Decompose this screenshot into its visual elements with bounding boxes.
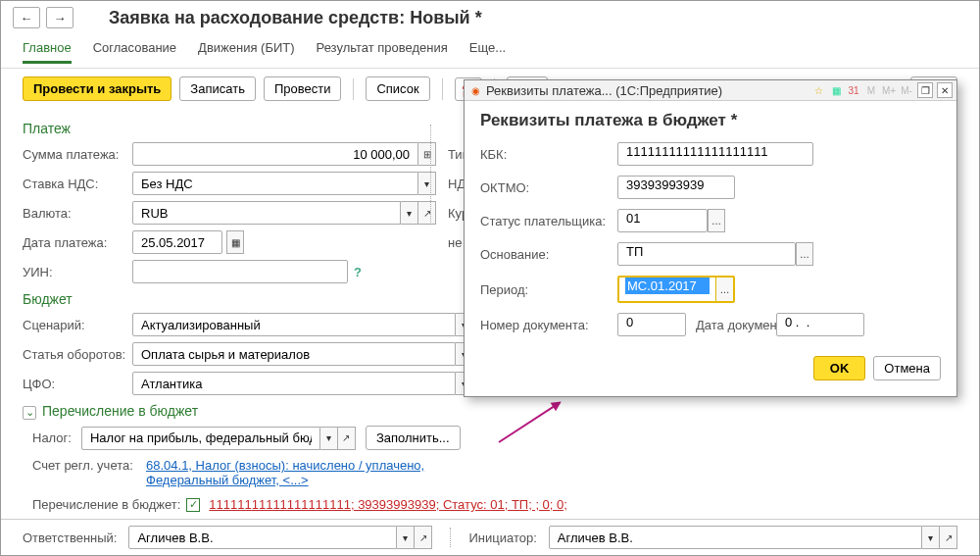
scenario-label: Сценарий: [23, 318, 121, 332]
tab-main[interactable]: Главное [23, 40, 72, 64]
initiator-label: Инициатор: [468, 531, 536, 545]
oktmo-input[interactable] [617, 176, 735, 199]
period-label: Период: [480, 282, 608, 297]
period-input[interactable] [619, 278, 715, 301]
section-transfer[interactable]: Перечисление в бюджет [23, 403, 957, 420]
app-icon: ◉ [468, 83, 482, 97]
docnum-input[interactable] [617, 313, 686, 336]
sum-label: Сумма платежа: [23, 147, 121, 162]
chevron-down-icon[interactable]: ▾ [401, 201, 418, 225]
post-and-close-button[interactable]: Провести и закрыть [23, 76, 172, 101]
tab-more[interactable]: Еще... [469, 40, 506, 64]
tab-approval[interactable]: Согласование [93, 40, 176, 64]
initiator-input[interactable] [549, 526, 922, 549]
vatrate-label: Ставка НДС: [23, 177, 121, 191]
account-link[interactable]: 68.04.1, Налог (взносы): начислено / упл… [146, 458, 479, 487]
tax-input[interactable] [81, 427, 320, 450]
uin-label: УИН: [23, 265, 121, 279]
status-input[interactable] [617, 209, 708, 232]
tab-result[interactable]: Результат проведения [317, 40, 448, 64]
tab-bar: Главное Согласование Движения (БИТ) Резу… [1, 36, 979, 69]
open-icon[interactable]: ↗ [940, 526, 957, 549]
status-label: Статус плательщика: [480, 214, 608, 228]
docdate-input[interactable] [776, 313, 864, 336]
forward-button[interactable]: → [46, 7, 74, 28]
chevron-down-icon[interactable]: ▾ [320, 427, 338, 450]
calendar-icon[interactable]: 31 [847, 83, 860, 97]
m-icon: M [864, 83, 878, 97]
page-title: Заявка на расходование средств: Новый * [109, 8, 482, 28]
date-input[interactable] [132, 230, 222, 254]
scenario-input[interactable] [132, 313, 456, 336]
calendar-icon[interactable]: ▦ [226, 230, 244, 254]
tobudget-checkbox[interactable]: ✓ [186, 498, 200, 512]
grid-icon[interactable]: ▦ [829, 83, 843, 97]
tobudget-label: Перечисление в бюджет: [32, 497, 180, 512]
turnover-input[interactable] [132, 342, 456, 366]
ellipsis-icon[interactable]: … [796, 242, 813, 266]
separator [442, 78, 443, 100]
vatrate-input[interactable] [132, 172, 418, 195]
tax-label: Налог: [32, 430, 72, 445]
currency-input[interactable] [132, 201, 401, 225]
cfo-label: ЦФО: [23, 377, 121, 391]
dialog-budget-details: ◉ Реквизиты платежа... (1С:Предприятие) … [464, 79, 957, 397]
cfo-input[interactable] [132, 372, 456, 395]
dialog-titlebar-sub: (1С:Предприятие) [615, 83, 722, 98]
tab-movements[interactable]: Движения (БИТ) [198, 40, 294, 64]
reason-input[interactable] [617, 242, 796, 266]
ellipsis-icon[interactable]: … [708, 209, 725, 232]
open-icon[interactable]: ↗ [415, 526, 432, 549]
fav-icon[interactable]: ☆ [811, 83, 825, 97]
calc-icon[interactable]: ⊞ [418, 142, 436, 166]
currency-label: Валюта: [23, 206, 121, 221]
open-icon[interactable]: ↗ [338, 427, 356, 450]
mminus-icon: M- [900, 83, 913, 97]
dialog-title: Реквизиты платежа в бюджет * [480, 111, 941, 130]
close-button[interactable]: ✕ [937, 82, 953, 98]
open-icon[interactable]: ↗ [418, 201, 436, 225]
help-icon[interactable]: ? [354, 265, 362, 279]
docnum-label: Номер документа: [480, 318, 608, 332]
uin-input[interactable] [132, 260, 348, 283]
oktmo-label: ОКТМО: [480, 180, 608, 195]
dialog-titlebar-text: Реквизиты платежа... [486, 83, 612, 98]
arrow-right-icon: → [54, 11, 67, 25]
back-button[interactable]: ← [13, 7, 40, 28]
list-button[interactable]: Список [366, 76, 429, 101]
chevron-down-icon[interactable]: ▾ [418, 172, 436, 195]
kbk-input[interactable] [617, 142, 813, 166]
chevron-down-icon[interactable]: ▾ [922, 526, 940, 549]
kbk-label: КБК: [480, 147, 608, 162]
arrow-left-icon: ← [21, 11, 33, 25]
dotted-separator [430, 125, 431, 223]
turnover-label: Статья оборотов: [23, 347, 121, 362]
mplus-icon: M+ [882, 83, 896, 97]
ok-button[interactable]: OK [813, 356, 866, 380]
reason-label: Основание: [480, 247, 608, 262]
date-label: Дата платежа: [23, 235, 121, 250]
sum-input[interactable] [132, 142, 418, 166]
ellipsis-icon[interactable]: … [715, 278, 733, 301]
save-button[interactable]: Записать [179, 76, 256, 101]
restore-button[interactable]: ❐ [917, 82, 933, 98]
responsible-label: Ответственный: [23, 531, 117, 545]
tobudget-summary[interactable]: 11111111111111111111; 39393993939; Стату… [209, 497, 567, 512]
chevron-down-icon[interactable]: ▾ [397, 526, 415, 549]
responsible-input[interactable] [128, 526, 397, 549]
docdate-label: Дата документа: [696, 318, 766, 332]
account-label: Счет регл. учета: [32, 458, 136, 487]
separator [353, 78, 354, 100]
separator [450, 528, 451, 547]
post-button[interactable]: Провести [264, 76, 342, 101]
cancel-button[interactable]: Отмена [873, 356, 941, 380]
fill-button[interactable]: Заполнить... [366, 426, 461, 450]
